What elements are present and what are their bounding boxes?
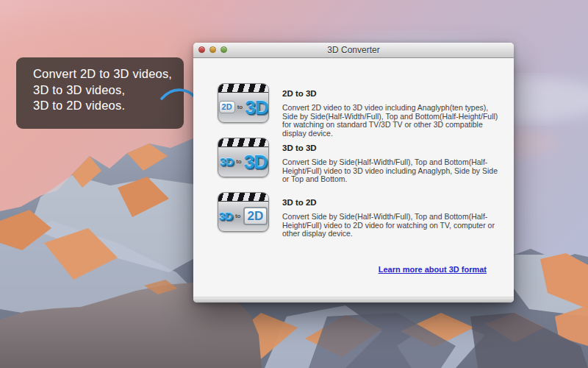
icon-face: 3D to 2D xyxy=(218,201,268,231)
icon-to-label: 3D xyxy=(245,98,268,117)
mode-row-2d-to-3d[interactable]: 2D to 3D 2D to 3D Convert 2D video to 3D… xyxy=(218,83,505,138)
icon-from-label: 3D xyxy=(219,210,233,222)
icon-to-label: 3D xyxy=(244,152,267,171)
mode-text-block: 3D to 3D Convert Side by Side(Half-Width… xyxy=(282,138,505,184)
icon-from-label: 2D xyxy=(219,101,235,113)
mode-text-block: 2D to 3D Convert 2D video to 3D video in… xyxy=(282,83,505,138)
zoom-button[interactable] xyxy=(220,46,227,53)
icon-face: 3D to 3D xyxy=(218,146,268,177)
mode-row-3d-to-3d[interactable]: 3D to 3D 3D to 3D Convert Side by Side(H… xyxy=(218,138,505,184)
icon-to-word: to xyxy=(237,104,243,110)
mode-text-block: 3D to 2D Convert Side by Side(Half-Width… xyxy=(282,192,505,238)
icon-from-label: 3D xyxy=(220,156,234,167)
close-button[interactable] xyxy=(198,46,205,53)
window-controls xyxy=(198,46,227,53)
mode-description: Convert 2D video to 3D video including A… xyxy=(282,104,505,138)
conversion-icon-2d-to-3d[interactable]: 2D to 3D xyxy=(218,83,269,123)
icon-to-word: to xyxy=(235,213,241,219)
icon-to-word: to xyxy=(236,158,242,165)
mode-title: 3D to 3D xyxy=(282,144,505,152)
window-bottom-bar xyxy=(193,297,514,302)
conversion-icon-3d-to-2d[interactable]: 3D to 2D xyxy=(218,192,269,232)
window-titlebar[interactable]: 3D Converter xyxy=(193,43,514,58)
mode-row-3d-to-2d[interactable]: 3D to 2D 3D to 2D Convert Side by Side(H… xyxy=(218,192,505,238)
mode-title: 2D to 3D xyxy=(282,89,505,98)
mode-title: 3D to 2D xyxy=(282,198,505,207)
mode-description: Convert Side by Side(Half-Width/Full), T… xyxy=(282,213,505,238)
window-title: 3D Converter xyxy=(327,45,379,55)
conversion-icon-3d-to-3d[interactable]: 3D to 3D xyxy=(218,138,269,177)
learn-more-link[interactable]: Learn more about 3D format xyxy=(379,265,487,274)
mode-description: Convert Side by Side(Half-Width/Full), T… xyxy=(282,158,505,184)
window-content: 2D to 3D 2D to 3D Convert 2D video to 3D… xyxy=(193,58,514,297)
callout-line-1: Convert 2D to 3D videos, xyxy=(33,66,184,82)
icon-to-label: 2D xyxy=(243,207,268,225)
minimize-button[interactable] xyxy=(209,46,216,53)
icon-face: 2D to 3D xyxy=(218,92,268,122)
app-window: 3D Converter 2D to 3D 2D to 3D Convert 2… xyxy=(193,43,514,302)
